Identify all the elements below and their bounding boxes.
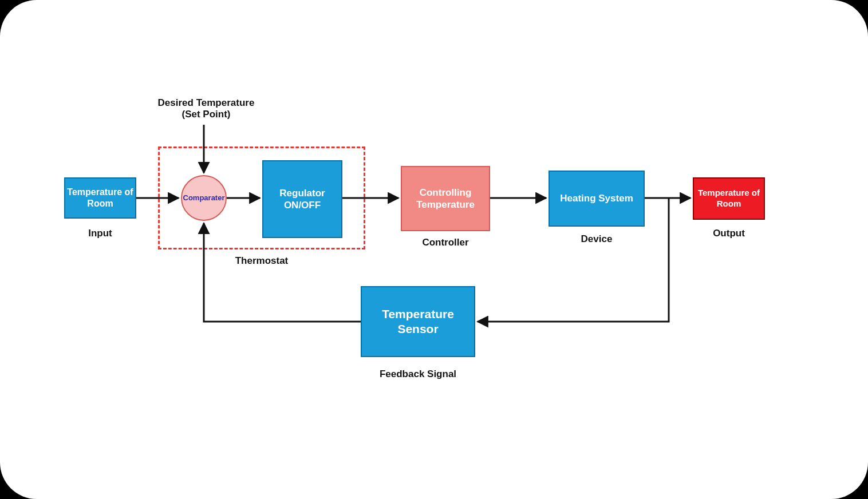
setpoint-label: Desired Temperature (Set Point) [149,97,263,120]
device-label: Device [549,233,645,245]
output-block: Temperature of Room [693,177,765,220]
regulator-block: Regulator ON/OFF [262,160,342,238]
controller-label: Controller [401,237,490,248]
feedback-sensor-block: Temperature Sensor [361,286,475,357]
arrows-layer [0,0,868,499]
feedback-label: Feedback Signal [361,369,475,380]
comparator-node: Comparater [181,175,227,221]
diagram-canvas: Temperature of Room Comparater Regulator… [0,0,868,499]
input-label: Input [64,228,136,239]
device-block: Heating System [549,171,645,227]
input-block: Temperature of Room [64,177,136,219]
thermostat-label: Thermostat [158,255,365,267]
controller-block: Controlling Temperature [401,166,490,231]
output-label: Output [693,228,765,239]
